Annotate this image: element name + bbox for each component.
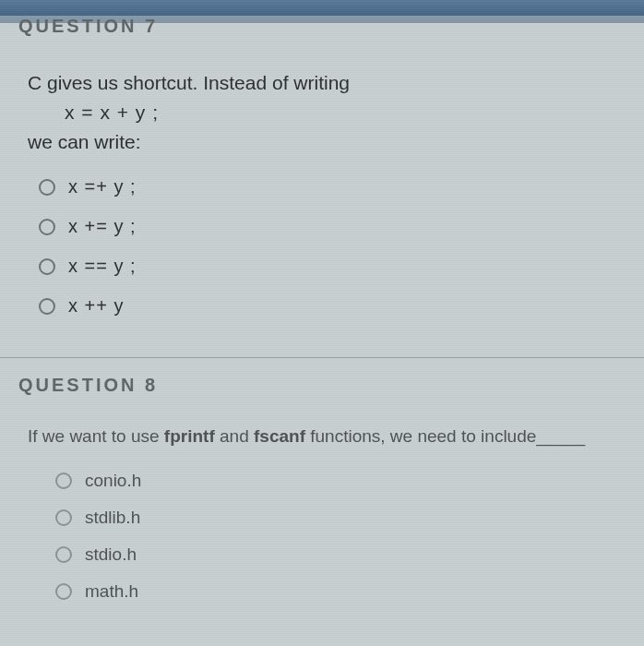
q8-option-1[interactable]: conio.h [55, 462, 616, 499]
q7-option-3[interactable]: x == y ; [39, 246, 616, 286]
radio-icon [39, 179, 55, 196]
q7-prompt-line2: we can write: [28, 127, 616, 157]
q8-bold2: fscanf [254, 426, 305, 446]
q8-option-4[interactable]: math.h [55, 573, 616, 610]
radio-icon [55, 509, 72, 526]
q7-option-label: x ++ y [68, 295, 124, 317]
question7-header: QUESTION 7 [0, 16, 644, 42]
radio-icon [39, 258, 55, 275]
q8-bold1: fprintf [164, 426, 215, 446]
q8-option-label: stdlib.h [85, 508, 140, 528]
question7-body: C gives us shortcut. Instead of writing … [0, 42, 644, 348]
q7-option-label: x == y ; [68, 256, 137, 277]
q8-option-3[interactable]: stdio.h [55, 536, 616, 573]
q8-option-label: math.h [85, 581, 138, 602]
q8-options: conio.h stdlib.h stdio.h math.h [28, 462, 616, 610]
radio-icon [39, 219, 55, 235]
q7-code: x = x + y ; [28, 98, 616, 127]
q8-text-mid: and [215, 426, 254, 446]
q7-option-label: x =+ y ; [68, 176, 137, 197]
q8-prompt: If we want to use fprintf and fscanf fun… [28, 424, 616, 449]
q8-option-2[interactable]: stdlib.h [55, 499, 616, 536]
q7-option-1[interactable]: x =+ y ; [39, 167, 616, 207]
radio-icon [55, 546, 72, 563]
q8-text-post: functions, we need to include_____ [305, 426, 585, 446]
q7-option-4[interactable]: x ++ y [39, 286, 616, 326]
question8-header: QUESTION 8 [0, 358, 644, 401]
q7-options: x =+ y ; x += y ; x == y ; x ++ y [28, 167, 616, 326]
q8-text-pre: If we want to use [28, 426, 164, 446]
q8-option-label: conio.h [85, 471, 141, 491]
q8-option-label: stdio.h [85, 544, 137, 565]
q7-prompt-line1: C gives us shortcut. Instead of writing [28, 68, 616, 98]
q7-option-2[interactable]: x += y ; [39, 207, 616, 246]
radio-icon [55, 473, 72, 489]
question8-body: If we want to use fprintf and fscanf fun… [0, 401, 644, 619]
radio-icon [55, 583, 72, 600]
q7-option-label: x += y ; [68, 216, 137, 237]
radio-icon [39, 298, 55, 315]
